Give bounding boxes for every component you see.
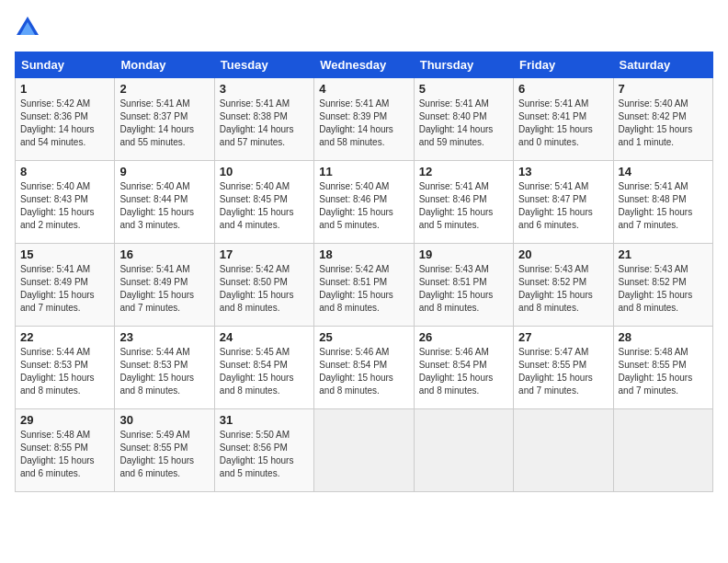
day-info: Sunrise: 5:43 AMSunset: 8:52 PMDaylight:… bbox=[518, 263, 608, 315]
day-number: 13 bbox=[518, 165, 608, 178]
day-info: Sunrise: 5:40 AMSunset: 8:43 PMDaylight:… bbox=[20, 180, 109, 232]
day-info: Sunrise: 5:43 AMSunset: 8:51 PMDaylight:… bbox=[419, 263, 508, 315]
calendar-cell bbox=[414, 409, 513, 492]
day-info: Sunrise: 5:41 AMSunset: 8:48 PMDaylight:… bbox=[619, 180, 708, 232]
day-number: 26 bbox=[419, 330, 508, 344]
page-header bbox=[15, 15, 713, 40]
day-info: Sunrise: 5:50 AMSunset: 8:56 PMDaylight:… bbox=[220, 429, 309, 480]
day-number: 15 bbox=[20, 247, 109, 261]
day-info: Sunrise: 5:48 AMSunset: 8:55 PMDaylight:… bbox=[619, 346, 708, 397]
day-info: Sunrise: 5:40 AMSunset: 8:44 PMDaylight:… bbox=[119, 180, 209, 232]
day-number: 16 bbox=[119, 247, 209, 261]
calendar-cell: 26Sunrise: 5:46 AMSunset: 8:54 PMDayligh… bbox=[414, 327, 513, 409]
day-header-monday: Monday bbox=[115, 52, 214, 78]
calendar-cell: 11Sunrise: 5:40 AMSunset: 8:46 PMDayligh… bbox=[314, 161, 414, 244]
calendar-cell: 13Sunrise: 5:41 AMSunset: 8:47 PMDayligh… bbox=[514, 161, 613, 244]
day-number: 3 bbox=[220, 82, 309, 96]
day-number: 23 bbox=[119, 330, 209, 344]
calendar-cell: 27Sunrise: 5:47 AMSunset: 8:55 PMDayligh… bbox=[514, 327, 613, 409]
day-number: 28 bbox=[619, 330, 708, 344]
day-number: 1 bbox=[20, 82, 109, 96]
calendar-cell: 17Sunrise: 5:42 AMSunset: 8:50 PMDayligh… bbox=[214, 244, 313, 327]
day-info: Sunrise: 5:41 AMSunset: 8:40 PMDaylight:… bbox=[419, 98, 508, 149]
calendar-cell: 12Sunrise: 5:41 AMSunset: 8:46 PMDayligh… bbox=[414, 161, 513, 244]
calendar-cell: 18Sunrise: 5:42 AMSunset: 8:51 PMDayligh… bbox=[314, 244, 414, 327]
day-number: 21 bbox=[619, 247, 708, 261]
day-header-sunday: Sunday bbox=[16, 52, 115, 78]
day-number: 17 bbox=[220, 247, 309, 261]
day-info: Sunrise: 5:41 AMSunset: 8:49 PMDaylight:… bbox=[20, 263, 109, 315]
day-info: Sunrise: 5:42 AMSunset: 8:50 PMDaylight:… bbox=[220, 263, 309, 315]
day-info: Sunrise: 5:41 AMSunset: 8:49 PMDaylight:… bbox=[119, 263, 209, 315]
day-info: Sunrise: 5:41 AMSunset: 8:46 PMDaylight:… bbox=[419, 180, 508, 232]
day-info: Sunrise: 5:42 AMSunset: 8:51 PMDaylight:… bbox=[319, 263, 408, 315]
calendar-cell bbox=[314, 409, 414, 492]
day-number: 11 bbox=[319, 165, 408, 178]
day-number: 19 bbox=[419, 247, 508, 261]
day-number: 12 bbox=[419, 165, 508, 178]
day-info: Sunrise: 5:46 AMSunset: 8:54 PMDaylight:… bbox=[319, 346, 408, 397]
calendar-cell: 15Sunrise: 5:41 AMSunset: 8:49 PMDayligh… bbox=[16, 244, 115, 327]
calendar-table: SundayMondayTuesdayWednesdayThursdayFrid… bbox=[15, 52, 713, 492]
day-number: 14 bbox=[619, 165, 708, 178]
day-number: 8 bbox=[20, 165, 109, 178]
day-number: 22 bbox=[20, 330, 109, 344]
day-info: Sunrise: 5:41 AMSunset: 8:37 PMDaylight:… bbox=[119, 98, 209, 149]
day-info: Sunrise: 5:43 AMSunset: 8:52 PMDaylight:… bbox=[619, 263, 708, 315]
day-info: Sunrise: 5:44 AMSunset: 8:53 PMDaylight:… bbox=[119, 346, 209, 397]
calendar-cell: 3Sunrise: 5:41 AMSunset: 8:38 PMDaylight… bbox=[214, 78, 313, 161]
day-info: Sunrise: 5:41 AMSunset: 8:47 PMDaylight:… bbox=[518, 180, 608, 232]
day-number: 5 bbox=[419, 82, 508, 96]
day-header-thursday: Thursday bbox=[414, 52, 513, 78]
day-number: 7 bbox=[619, 82, 708, 96]
day-info: Sunrise: 5:45 AMSunset: 8:54 PMDaylight:… bbox=[220, 346, 309, 397]
calendar-cell: 8Sunrise: 5:40 AMSunset: 8:43 PMDaylight… bbox=[16, 161, 115, 244]
day-info: Sunrise: 5:42 AMSunset: 8:36 PMDaylight:… bbox=[20, 98, 109, 149]
calendar-cell: 16Sunrise: 5:41 AMSunset: 8:49 PMDayligh… bbox=[115, 244, 214, 327]
calendar-cell: 28Sunrise: 5:48 AMSunset: 8:55 PMDayligh… bbox=[613, 327, 712, 409]
day-number: 25 bbox=[319, 330, 408, 344]
logo-icon bbox=[15, 15, 40, 40]
calendar-cell: 6Sunrise: 5:41 AMSunset: 8:41 PMDaylight… bbox=[514, 78, 613, 161]
day-number: 20 bbox=[518, 247, 608, 261]
calendar-cell: 10Sunrise: 5:40 AMSunset: 8:45 PMDayligh… bbox=[214, 161, 313, 244]
calendar-cell: 5Sunrise: 5:41 AMSunset: 8:40 PMDaylight… bbox=[414, 78, 513, 161]
day-number: 30 bbox=[119, 413, 209, 427]
day-number: 18 bbox=[319, 247, 408, 261]
day-info: Sunrise: 5:40 AMSunset: 8:45 PMDaylight:… bbox=[220, 180, 309, 232]
day-info: Sunrise: 5:41 AMSunset: 8:41 PMDaylight:… bbox=[518, 98, 608, 149]
day-header-tuesday: Tuesday bbox=[214, 52, 313, 78]
calendar-cell: 31Sunrise: 5:50 AMSunset: 8:56 PMDayligh… bbox=[214, 409, 313, 492]
day-info: Sunrise: 5:41 AMSunset: 8:38 PMDaylight:… bbox=[220, 98, 309, 149]
calendar-cell: 7Sunrise: 5:40 AMSunset: 8:42 PMDaylight… bbox=[613, 78, 712, 161]
calendar-cell: 14Sunrise: 5:41 AMSunset: 8:48 PMDayligh… bbox=[613, 161, 712, 244]
calendar-cell bbox=[514, 409, 613, 492]
day-header-friday: Friday bbox=[514, 52, 613, 78]
day-info: Sunrise: 5:48 AMSunset: 8:55 PMDaylight:… bbox=[20, 429, 109, 480]
day-number: 4 bbox=[319, 82, 408, 96]
calendar-week-3: 15Sunrise: 5:41 AMSunset: 8:49 PMDayligh… bbox=[16, 244, 713, 327]
calendar-cell: 30Sunrise: 5:49 AMSunset: 8:55 PMDayligh… bbox=[115, 409, 214, 492]
day-info: Sunrise: 5:40 AMSunset: 8:46 PMDaylight:… bbox=[319, 180, 408, 232]
calendar-cell: 24Sunrise: 5:45 AMSunset: 8:54 PMDayligh… bbox=[214, 327, 313, 409]
calendar-cell bbox=[613, 409, 712, 492]
calendar-week-1: 1Sunrise: 5:42 AMSunset: 8:36 PMDaylight… bbox=[16, 78, 713, 161]
day-number: 6 bbox=[518, 82, 608, 96]
calendar-cell: 9Sunrise: 5:40 AMSunset: 8:44 PMDaylight… bbox=[115, 161, 214, 244]
calendar-week-2: 8Sunrise: 5:40 AMSunset: 8:43 PMDaylight… bbox=[16, 161, 713, 244]
calendar-cell: 4Sunrise: 5:41 AMSunset: 8:39 PMDaylight… bbox=[314, 78, 414, 161]
logo bbox=[15, 15, 44, 40]
day-info: Sunrise: 5:49 AMSunset: 8:55 PMDaylight:… bbox=[119, 429, 209, 480]
day-number: 9 bbox=[119, 165, 209, 178]
calendar-cell: 29Sunrise: 5:48 AMSunset: 8:55 PMDayligh… bbox=[16, 409, 115, 492]
calendar-cell: 21Sunrise: 5:43 AMSunset: 8:52 PMDayligh… bbox=[613, 244, 712, 327]
calendar-cell: 20Sunrise: 5:43 AMSunset: 8:52 PMDayligh… bbox=[514, 244, 613, 327]
day-number: 2 bbox=[119, 82, 209, 96]
calendar-header-row: SundayMondayTuesdayWednesdayThursdayFrid… bbox=[16, 52, 713, 78]
calendar-cell: 1Sunrise: 5:42 AMSunset: 8:36 PMDaylight… bbox=[16, 78, 115, 161]
calendar-cell: 2Sunrise: 5:41 AMSunset: 8:37 PMDaylight… bbox=[115, 78, 214, 161]
day-number: 27 bbox=[518, 330, 608, 344]
day-info: Sunrise: 5:47 AMSunset: 8:55 PMDaylight:… bbox=[518, 346, 608, 397]
day-info: Sunrise: 5:44 AMSunset: 8:53 PMDaylight:… bbox=[20, 346, 109, 397]
day-info: Sunrise: 5:46 AMSunset: 8:54 PMDaylight:… bbox=[419, 346, 508, 397]
